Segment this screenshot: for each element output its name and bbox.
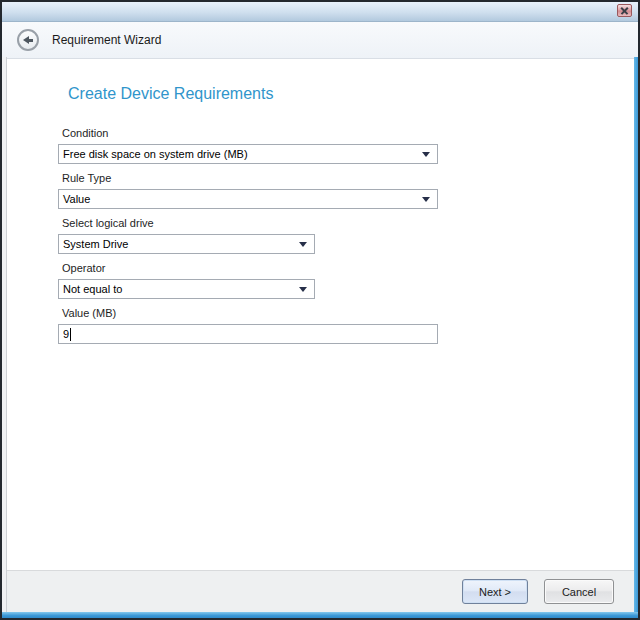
caret-down-icon bbox=[422, 197, 430, 202]
value-input[interactable] bbox=[63, 325, 437, 343]
logical-drive-value: System Drive bbox=[63, 238, 128, 250]
operator-label: Operator bbox=[62, 262, 638, 274]
wizard-header: Requirement Wizard bbox=[2, 22, 638, 59]
back-arrow-icon bbox=[23, 36, 33, 44]
footer: Next > Cancel bbox=[2, 570, 638, 612]
rule-type-dropdown[interactable]: Value bbox=[58, 189, 438, 209]
back-button[interactable] bbox=[17, 29, 39, 51]
window-frame-right-accent bbox=[634, 57, 638, 612]
wizard-title: Requirement Wizard bbox=[52, 33, 161, 47]
value-mb-label: Value (MB) bbox=[62, 307, 638, 319]
requirements-form: Condition Free disk space on system driv… bbox=[58, 127, 638, 344]
next-button[interactable]: Next > bbox=[462, 579, 528, 604]
operator-dropdown[interactable]: Not equal to bbox=[58, 279, 315, 299]
wizard-window: Requirement Wizard Create Device Require… bbox=[0, 0, 640, 620]
rule-type-value: Value bbox=[63, 193, 90, 205]
operator-value: Not equal to bbox=[63, 283, 122, 295]
window-frame-bottom-accent bbox=[2, 612, 638, 618]
value-mb-field bbox=[58, 324, 438, 344]
logical-drive-dropdown[interactable]: System Drive bbox=[58, 234, 315, 254]
page-title: Create Device Requirements bbox=[68, 85, 638, 103]
close-button[interactable] bbox=[617, 4, 632, 17]
condition-dropdown[interactable]: Free disk space on system drive (MB) bbox=[58, 144, 438, 164]
logical-drive-label: Select logical drive bbox=[62, 217, 638, 229]
title-bar bbox=[2, 2, 638, 22]
wizard-page: Create Device Requirements Condition Fre… bbox=[2, 59, 638, 570]
condition-label: Condition bbox=[62, 127, 638, 139]
close-icon bbox=[621, 7, 628, 14]
caret-down-icon bbox=[299, 242, 307, 247]
caret-down-icon bbox=[422, 152, 430, 157]
cancel-button[interactable]: Cancel bbox=[544, 579, 614, 604]
window-frame-left-edge bbox=[2, 57, 7, 612]
caret-down-icon bbox=[299, 287, 307, 292]
text-cursor bbox=[70, 328, 71, 341]
condition-value: Free disk space on system drive (MB) bbox=[63, 148, 248, 160]
rule-type-label: Rule Type bbox=[62, 172, 638, 184]
